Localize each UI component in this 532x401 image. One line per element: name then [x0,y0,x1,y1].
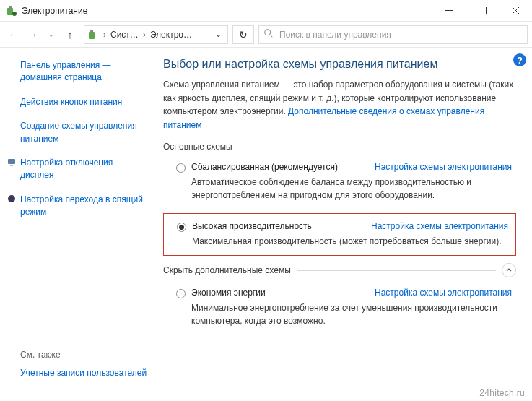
sidebar-item-label: Действия кнопок питания [20,97,122,107]
radio-button[interactable] [177,223,186,232]
plan-description: Минимальное энергопотребление за счет ум… [191,301,512,327]
sidebar-item-display-off[interactable]: Настройка отключения дисплея [20,157,146,182]
main-content: ? Выбор или настройка схемы управления п… [150,48,532,401]
svg-rect-7 [89,32,95,39]
plan-settings-link[interactable]: Настройка схемы электропитания [375,288,512,298]
sidebar: Панель управления — домашняя страница Де… [0,48,150,401]
titlebar: Электропитание [0,0,532,22]
monitor-icon [7,158,16,166]
power-options-icon [6,5,17,17]
back-button[interactable]: ← [4,25,23,44]
page-description: Схема управления питанием — это набор па… [163,78,516,131]
search-box[interactable] [258,25,528,44]
svg-rect-8 [90,30,93,33]
svg-point-2 [12,12,17,16]
search-icon [263,28,275,40]
sidebar-item-sleep[interactable]: Настройка перехода в спящий режим [20,194,146,219]
plan-settings-link[interactable]: Настройка схемы электропитания [371,221,508,231]
radio-button[interactable] [176,163,186,173]
navbar: ← → ⌄ ↑ › Сист… › Электро… ⌄ ↻ [0,22,532,48]
sidebar-item-label: Настройка отключения дисплея [20,158,113,180]
sidebar-item-user-accounts[interactable]: Учетные записи пользователей [20,367,147,379]
chevron-right-icon[interactable]: › [141,30,147,40]
chevron-right-icon[interactable]: › [102,30,108,40]
collapse-button[interactable] [502,263,516,277]
maximize-button[interactable] [466,0,499,22]
plan-name[interactable]: Сбалансированная (рекомендуется) [191,162,375,172]
plan-name[interactable]: Экономия энергии [191,288,375,298]
chevron-up-icon [505,267,513,274]
minimize-button[interactable] [432,0,466,22]
plan-name[interactable]: Высокая производительность [192,221,371,231]
svg-rect-11 [8,159,15,164]
sidebar-item-button-actions[interactable]: Действия кнопок питания [20,96,146,108]
group-label: Скрыть дополнительные схемы [163,265,291,275]
svg-point-9 [265,30,271,35]
breadcrumb-part[interactable]: Электро… [147,30,195,40]
page-title: Выбор или настройка схемы управления пит… [163,58,516,71]
breadcrumb-part[interactable]: Сист… [108,30,141,40]
group-label: Основные схемы [163,142,232,152]
recent-button[interactable]: ⌄ [42,25,61,44]
svg-rect-0 [7,8,13,15]
power-options-icon [87,29,99,40]
svg-rect-4 [479,7,486,14]
divider [297,270,496,271]
sidebar-item-label: Настройка перехода в спящий режим [20,194,143,217]
radio-button[interactable] [176,289,186,298]
search-input[interactable] [279,30,523,40]
divider [238,147,516,147]
sidebar-item-label: Создание схемы управления питанием [20,121,137,143]
sidebar-item-create-plan[interactable]: Создание схемы управления питанием [20,120,146,145]
moon-icon [7,194,16,203]
window-title: Электропитание [22,6,432,16]
plan-description: Автоматическое соблюдение баланса между … [191,176,512,202]
forward-button[interactable]: → [23,25,42,44]
svg-rect-1 [9,6,12,9]
power-plan-high-performance: Высокая производительность Настройка схе… [163,213,516,256]
chevron-down-icon[interactable]: ⌄ [212,30,224,39]
see-also-heading: См. также [20,350,147,360]
power-plan-power-saver: Экономия энергии Настройка схемы электро… [172,283,516,332]
help-button[interactable]: ? [513,53,526,66]
svg-line-10 [270,35,273,38]
svg-rect-12 [10,165,13,166]
sidebar-item-label: Панель управления — домашняя страница [20,60,111,82]
address-bar[interactable]: › Сист… › Электро… ⌄ [84,25,228,44]
plan-settings-link[interactable]: Настройка схемы электропитания [375,162,512,172]
group-header-extra[interactable]: Скрыть дополнительные схемы [163,263,516,277]
sidebar-item-home[interactable]: Панель управления — домашняя страница [20,59,146,85]
up-button[interactable]: ↑ [61,25,79,44]
sidebar-item-label: Учетные записи пользователей [20,368,147,378]
power-plan-balanced: Сбалансированная (рекомендуется) Настрой… [172,158,516,206]
close-button[interactable] [499,0,532,22]
svg-point-13 [8,195,15,202]
watermark-text: 24hitech.ru [479,388,525,398]
refresh-button[interactable]: ↻ [232,25,254,44]
plan-description: Максимальная производительность (может п… [192,235,508,248]
group-header-main: Основные схемы [163,142,516,152]
svg-rect-3 [445,10,453,11]
